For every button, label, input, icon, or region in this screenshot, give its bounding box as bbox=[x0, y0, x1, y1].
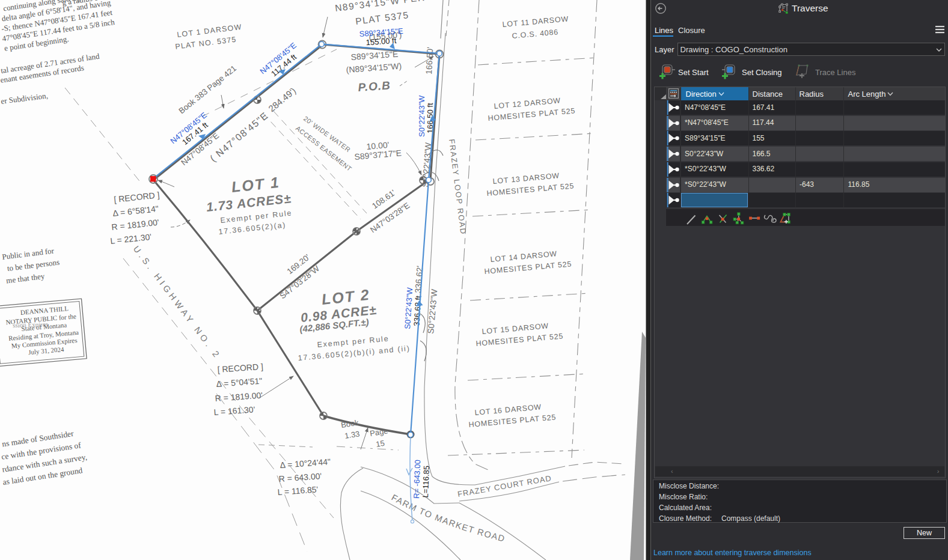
svg-text:(N89°34'15"W): (N89°34'15"W) bbox=[346, 61, 402, 75]
svg-text:LOT 1: LOT 1 bbox=[231, 174, 281, 195]
svg-text:1.33: 1.33 bbox=[344, 429, 360, 440]
svg-text:108.61': 108.61' bbox=[370, 188, 397, 210]
svg-text:S0°22'43"W: S0°22'43"W bbox=[426, 288, 439, 335]
svg-text:N89°34'15"W PER: N89°34'15"W PER bbox=[334, 0, 426, 13]
svg-text:Book 383 Page 421: Book 383 Page 421 bbox=[177, 64, 238, 115]
svg-text:LOT 11 DARSOW: LOT 11 DARSOW bbox=[502, 14, 569, 29]
svg-text:U.S. HIGHWAY NO. 2: U.S. HIGHWAY NO. 2 bbox=[132, 244, 223, 361]
svg-text:Δ = 10°24'44": Δ = 10°24'44" bbox=[280, 457, 331, 470]
svg-text:S47°03'28"W: S47°03'28"W bbox=[278, 264, 322, 300]
svg-text:284.49'): 284.49') bbox=[266, 85, 298, 114]
svg-text:S89°34'15"E: S89°34'15"E bbox=[350, 49, 399, 62]
svg-text:er Subdivision,: er Subdivision, bbox=[1, 91, 49, 105]
svg-text:L = 221.30': L = 221.30' bbox=[110, 232, 152, 246]
svg-text:L = 161.30': L = 161.30' bbox=[213, 404, 255, 417]
svg-text:PLAT 5375: PLAT 5375 bbox=[355, 10, 409, 26]
svg-text:Δ = 5°04'51": Δ = 5°04'51" bbox=[216, 376, 263, 389]
svg-text:336.62 ft: 336.62 ft bbox=[412, 295, 423, 326]
svg-text:L = 116.85': L = 116.85' bbox=[277, 484, 319, 497]
svg-text:me that they: me that they bbox=[5, 272, 45, 285]
svg-text:C.O.S. 4086: C.O.S. 4086 bbox=[512, 28, 559, 40]
svg-text:S89°37'17"E: S89°37'17"E bbox=[354, 148, 402, 162]
svg-text:166.50': 166.50' bbox=[424, 47, 435, 75]
svg-text:17.36.605(2)(b)(i) and (ii): 17.36.605(2)(b)(i) and (ii) bbox=[298, 344, 411, 362]
svg-text:ssion Expires: ssion Expires bbox=[13, 320, 48, 329]
svg-text:FRAZEY LOOP ROAD: FRAZEY LOOP ROAD bbox=[447, 139, 468, 236]
svg-text:R = 1819.00': R = 1819.00' bbox=[215, 390, 263, 403]
svg-text:Δ = 6°58'14": Δ = 6°58'14" bbox=[112, 204, 159, 218]
svg-text:Book: Book bbox=[340, 418, 359, 430]
svg-text:P.O.B: P.O.B bbox=[358, 79, 391, 94]
svg-text:R = 1819.00': R = 1819.00' bbox=[111, 218, 160, 232]
svg-text:[ RECORD ]: [ RECORD ] bbox=[217, 362, 263, 374]
svg-text:[ RECORD ]: [ RECORD ] bbox=[114, 190, 160, 204]
svg-text:R = 643.00': R = 643.00' bbox=[278, 471, 322, 484]
svg-text:FARM TO MARKET ROAD: FARM TO MARKET ROAD bbox=[390, 493, 507, 544]
svg-text:15: 15 bbox=[375, 439, 385, 449]
svg-text:L=116.85: L=116.85 bbox=[421, 466, 431, 498]
svg-text:S0°22'43"W: S0°22'43"W bbox=[417, 95, 426, 137]
